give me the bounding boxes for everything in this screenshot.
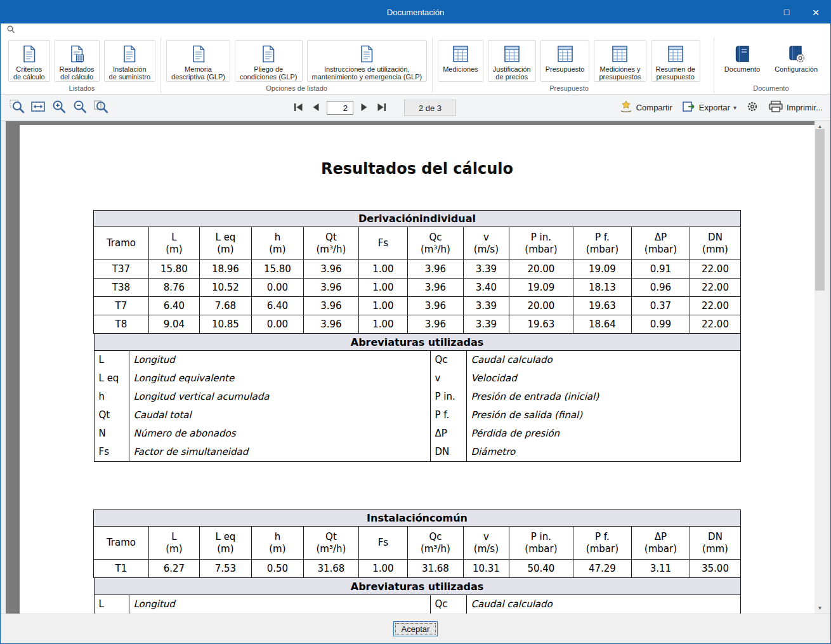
abbr-key: L eq — [95, 369, 129, 388]
abbr-key: N — [95, 424, 129, 443]
abbr-key: v — [431, 369, 466, 388]
abbr-desc-column-left: LongitudLongitud equivalenteLongitud ver… — [129, 351, 431, 461]
ribbon-item-label: Justificación de precios — [493, 65, 531, 81]
vertical-scrollbar[interactable]: ▲ ▼ — [815, 121, 825, 614]
column-header: v (m/s) — [463, 527, 509, 560]
column-header: P in. (mbar) — [509, 227, 573, 260]
table-cell: 15.80 — [251, 260, 303, 279]
table-cell: T1 — [93, 560, 148, 578]
zoom-window-button[interactable] — [8, 99, 26, 117]
first-page-button[interactable] — [291, 101, 305, 115]
ribbon-item-mediciones[interactable]: Mediciones — [438, 40, 483, 82]
first-page-icon — [292, 102, 304, 114]
table-cell: 19.09 — [509, 279, 573, 297]
column-header: Tramo — [93, 227, 148, 260]
close-icon: × — [812, 6, 819, 18]
table-cell: 3.96 — [303, 260, 358, 279]
fit-width-button[interactable] — [29, 99, 47, 117]
ribbon-item-justificacion-de-precios[interactable]: Justificación de precios — [488, 40, 536, 82]
maximize-icon: □ — [784, 8, 789, 16]
ribbon-item-criterios-de-calculo[interactable]: Criterios de cálculo — [8, 40, 50, 82]
configuration-book-gear-icon — [787, 43, 806, 65]
window-title: Documentación — [1, 1, 830, 23]
scroll-down-button[interactable]: ▼ — [815, 603, 825, 614]
results-table: InstalacióncomúnTramoL (m)L eq (m)h (m)Q… — [93, 509, 741, 578]
previous-page-icon — [311, 102, 321, 114]
table-title: Instalacióncomún — [93, 510, 740, 527]
ribbon-item-mediciones-y-presupuestos[interactable]: Mediciones y presupuestos — [594, 40, 646, 82]
zoom-in-icon — [51, 98, 67, 117]
abbr-description: Longitud vertical acumulada — [129, 388, 430, 406]
abbr-key: L — [95, 595, 129, 614]
ribbon-item-configuracion[interactable]: Configuración — [769, 40, 823, 82]
next-page-icon — [359, 102, 369, 114]
view-settings-button[interactable] — [746, 100, 759, 115]
abbr-description: Longitud — [129, 595, 430, 614]
zoom-in-button[interactable] — [50, 99, 68, 117]
ribbon-item-instrucciones-glp[interactable]: Instrucciones de utilización, mantenimie… — [307, 40, 428, 82]
ribbon-item-label: Resultados del cálculo — [60, 65, 95, 81]
view-toolbar: 2 de 3 Compartir Exportar ▾ Imprimir... — [1, 95, 830, 121]
column-header: P in. (mbar) — [509, 527, 573, 560]
share-button[interactable]: Compartir — [619, 100, 672, 115]
table-cell: 47.29 — [573, 560, 631, 578]
accept-button[interactable]: Aceptar — [393, 621, 438, 636]
printer-icon — [768, 100, 783, 115]
abbr-desc-column-right: Caudal calculado — [467, 595, 740, 614]
document-section-1: DerivaciónindividualTramoL (m)L eq (m)h … — [20, 210, 815, 462]
abbr-description: Factor de simultaneidad — [129, 443, 430, 461]
abbreviations-block: Abreviaturas utilizadasLLongitudQcCaudal… — [94, 577, 741, 614]
close-button[interactable]: × — [801, 1, 830, 23]
abbr-description: Número de abonados — [129, 424, 430, 443]
ribbon-item-presupuesto[interactable]: Presupuesto — [540, 40, 590, 82]
abbr-key: h — [95, 388, 129, 406]
table-cell: 0.96 — [631, 279, 690, 297]
results-table: DerivaciónindividualTramoL (m)L eq (m)h … — [93, 210, 741, 334]
table-row: T3715.8018.9615.803.961.003.963.3920.001… — [93, 260, 740, 279]
zoom-out-button[interactable] — [71, 99, 89, 117]
ribbon-item-label: Instrucciones de utilización, mantenimie… — [312, 65, 422, 81]
table-cell: 22.00 — [690, 297, 740, 315]
table-cell: 18.64 — [573, 315, 631, 334]
abbr-key-column-right: QcvP in.P f.ΔPDN — [431, 351, 467, 461]
ribbon-item-resumen-de-presupuesto[interactable]: Resumen de presupuesto — [651, 40, 700, 82]
last-page-button[interactable] — [375, 101, 389, 115]
print-button[interactable]: Imprimir... — [768, 100, 823, 115]
table-cell: 1.00 — [358, 560, 407, 578]
table-cell: 0.00 — [251, 315, 303, 334]
ribbon-item-documento[interactable]: Documento — [719, 40, 765, 82]
ribbon-item-pliego-de-condiciones-glp[interactable]: Pliego de condiciones (GLP) — [235, 40, 303, 82]
abbr-key-column-left: L — [95, 595, 129, 614]
next-page-button[interactable] — [357, 101, 371, 115]
abbr-description: Pérdida de presión — [467, 424, 740, 443]
ribbon-group-3: MedicionesJustificación de preciosPresup… — [432, 37, 705, 94]
column-header: P f. (mbar) — [573, 527, 631, 560]
table-cell: 10.85 — [199, 315, 251, 334]
column-header: P f. (mbar) — [573, 227, 631, 260]
scrollbar-thumb[interactable] — [815, 129, 825, 291]
page-navigation: 2 de 3 — [291, 95, 456, 121]
ribbon-item-instalacion-de-suministro[interactable]: Instalación de suministro — [104, 40, 155, 82]
table-cell: 31.68 — [303, 560, 358, 578]
search-bar[interactable] — [1, 23, 830, 37]
table-cell: 19.63 — [509, 315, 573, 334]
page-number-input[interactable] — [327, 101, 353, 115]
table-cell: 1.00 — [358, 279, 407, 297]
abbr-description: Longitud equivalente — [129, 369, 430, 388]
table-cell: 0.99 — [631, 315, 690, 334]
gear-icon — [746, 100, 759, 115]
memoria-doc-icon — [189, 43, 208, 65]
table-cell: 0.37 — [631, 297, 690, 315]
export-button[interactable]: Exportar ▾ — [682, 100, 736, 115]
table-cell: 3.39 — [463, 315, 509, 334]
ribbon-group-caption: Presupuesto — [438, 82, 700, 94]
maximize-button[interactable]: □ — [772, 1, 801, 23]
column-header: ΔP (mbar) — [631, 227, 690, 260]
ribbon-item-resultados-del-calculo[interactable]: Resultados del cálculo — [55, 40, 100, 82]
zoom-page-button[interactable] — [92, 99, 110, 117]
abbr-description: Caudal calculado — [467, 595, 740, 614]
zoom-out-icon — [72, 98, 88, 117]
previous-page-button[interactable] — [309, 101, 323, 115]
ribbon-item-memoria-descriptiva-glp[interactable]: Memoria descriptiva (GLP) — [166, 40, 230, 82]
table-cell: 20.00 — [509, 297, 573, 315]
